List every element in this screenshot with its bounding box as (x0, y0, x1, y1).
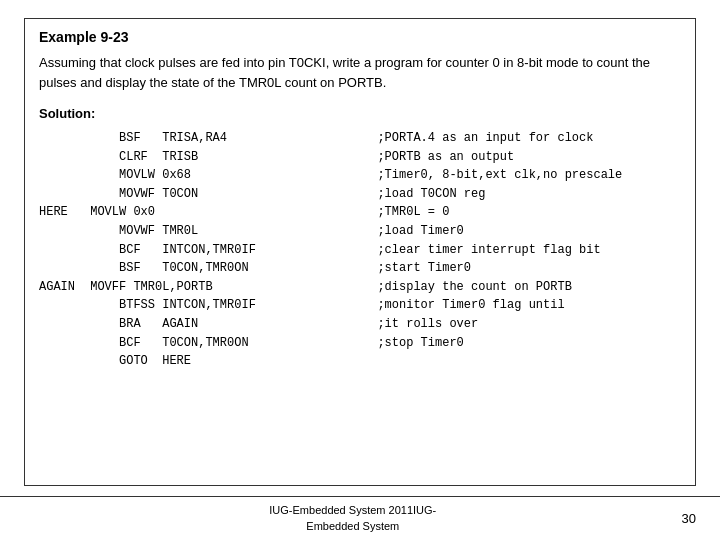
problem-text: Assuming that clock pulses are fed into … (39, 53, 681, 92)
solution-label: Solution: (39, 106, 681, 121)
code-block: BSF TRISA,RA4 ;PORTA.4 as an input for c… (39, 129, 681, 371)
example-box: Example 9-23 Assuming that clock pulses … (24, 18, 696, 486)
code-line: BSF T0CON,TMR0ON ;start Timer0 (39, 259, 681, 278)
code-line: HERE MOVLW 0x0 ;TMR0L = 0 (39, 203, 681, 222)
footer-line1: IUG-Embedded System 2011IUG- (269, 503, 436, 518)
main-content: Example 9-23 Assuming that clock pulses … (0, 0, 720, 496)
footer-line2: Embedded System (269, 519, 436, 534)
code-line: BCF INTCON,TMR0IF ;clear timer interrupt… (39, 241, 681, 260)
code-line: GOTO HERE (39, 352, 681, 371)
code-line: AGAIN MOVFF TMR0L,PORTB ;display the cou… (39, 278, 681, 297)
code-line: BTFSS INTCON,TMR0IF ;monitor Timer0 flag… (39, 296, 681, 315)
code-line: BRA AGAIN ;it rolls over (39, 315, 681, 334)
code-line: BCF T0CON,TMR0ON ;stop Timer0 (39, 334, 681, 353)
code-line: MOVLW 0x68 ;Timer0, 8-bit,ext clk,no pre… (39, 166, 681, 185)
footer: IUG-Embedded System 2011IUG- Embedded Sy… (0, 496, 720, 540)
code-line: BSF TRISA,RA4 ;PORTA.4 as an input for c… (39, 129, 681, 148)
footer-center: IUG-Embedded System 2011IUG- Embedded Sy… (269, 503, 436, 534)
code-line: MOVWF TMR0L ;load Timer0 (39, 222, 681, 241)
code-line: MOVWF T0CON ;load T0CON reg (39, 185, 681, 204)
code-line: CLRF TRISB ;PORTB as an output (39, 148, 681, 167)
example-title: Example 9-23 (39, 29, 681, 45)
footer-page: 30 (682, 511, 696, 526)
